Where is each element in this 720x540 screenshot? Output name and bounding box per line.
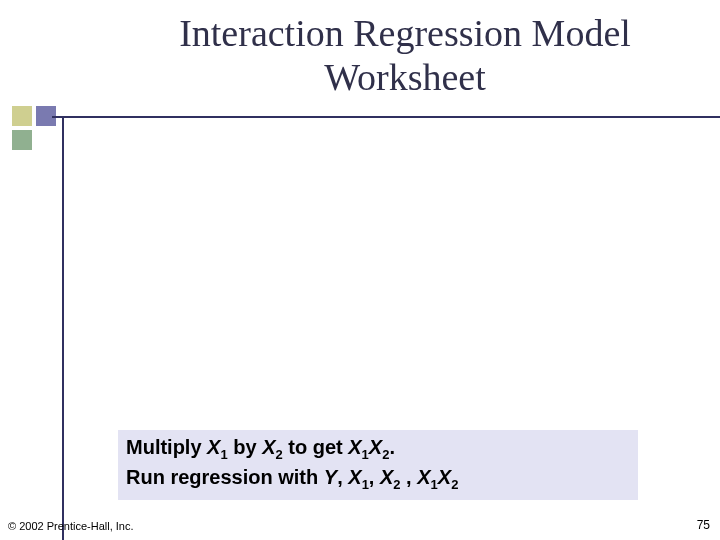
subscript: 2 bbox=[451, 477, 458, 492]
text: Multiply bbox=[126, 436, 207, 458]
subscript: 1 bbox=[431, 477, 438, 492]
var-x: X bbox=[417, 466, 430, 488]
subscript: 1 bbox=[220, 447, 227, 462]
var-x: X bbox=[438, 466, 451, 488]
var-x: X bbox=[348, 466, 361, 488]
subscript: 1 bbox=[362, 477, 369, 492]
text: to get bbox=[283, 436, 349, 458]
callout-line-1: Multiply X1 by X2 to get X1X2. bbox=[126, 434, 630, 464]
text: . bbox=[389, 436, 395, 458]
title-text: Interaction Regression Model Worksheet bbox=[110, 12, 700, 99]
page-number: 75 bbox=[697, 518, 710, 532]
horizontal-rule bbox=[52, 116, 720, 118]
var-y: Y bbox=[324, 466, 337, 488]
decorative-squares bbox=[12, 106, 82, 154]
var-x: X bbox=[369, 436, 382, 458]
slide-title: Interaction Regression Model Worksheet bbox=[110, 12, 700, 99]
subscript: 2 bbox=[393, 477, 400, 492]
subscript: 2 bbox=[275, 447, 282, 462]
text: Run regression with bbox=[126, 466, 324, 488]
text: , bbox=[401, 466, 418, 488]
text: , bbox=[337, 466, 348, 488]
vertical-rule bbox=[62, 118, 64, 540]
square-decor bbox=[12, 130, 32, 150]
callout-line-2: Run regression with Y, X1, X2 , X1X2 bbox=[126, 464, 630, 494]
text: by bbox=[228, 436, 262, 458]
subscript: 1 bbox=[362, 447, 369, 462]
var-x: X bbox=[380, 466, 393, 488]
square-decor bbox=[12, 106, 32, 126]
var-x: X bbox=[348, 436, 361, 458]
var-x: X bbox=[207, 436, 220, 458]
text: , bbox=[369, 466, 380, 488]
instruction-callout: Multiply X1 by X2 to get X1X2. Run regre… bbox=[118, 430, 638, 500]
copyright: © 2002 Prentice-Hall, Inc. bbox=[8, 520, 134, 532]
var-x: X bbox=[262, 436, 275, 458]
